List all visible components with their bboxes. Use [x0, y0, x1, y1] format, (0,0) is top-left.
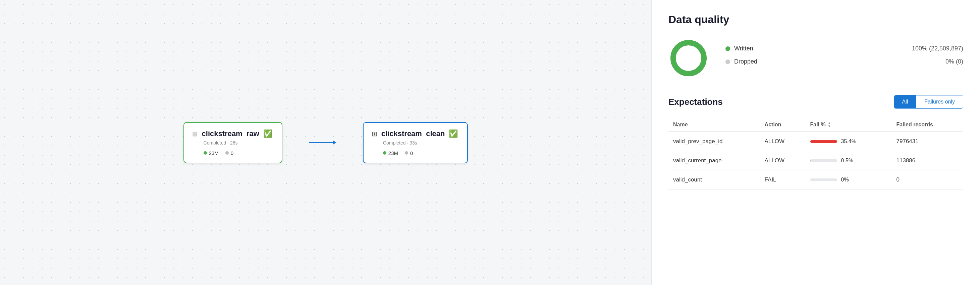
table-header-row: Name Action Fail % ▲ ▼ Failed records — [668, 118, 963, 132]
legend-written: Written 100% (22,509,897) — [725, 45, 963, 52]
gray-dot — [225, 151, 229, 155]
expectations-table: Name Action Fail % ▲ ▼ Failed records va… — [668, 118, 963, 189]
green-dot — [204, 151, 207, 155]
node-clean-metrics: 23M 0 — [383, 150, 458, 156]
legend-dropped: Dropped 0% (0) — [725, 58, 963, 65]
progress-track-0 — [810, 140, 837, 143]
dropped-dot — [725, 59, 730, 64]
check-icon-raw: ✅ — [263, 130, 272, 138]
donut-section: Written 100% (22,509,897) Dropped 0% (0) — [668, 38, 963, 78]
progress-track-2 — [810, 178, 837, 181]
row-name-2: valid_count — [668, 170, 760, 189]
node-raw-metrics: 23M 0 — [204, 150, 272, 156]
quality-panel: Data quality Written 100% (22,509,897) D… — [651, 0, 980, 285]
pct-label-2: 0% — [841, 177, 849, 183]
written-value: 100% (22,509,897) — [912, 45, 963, 52]
panel-title: Data quality — [668, 13, 963, 26]
table-row: valid_countFAIL0%0 — [668, 170, 963, 189]
table-icon: ⊞ — [192, 130, 198, 138]
arrow-line — [309, 142, 336, 143]
table-icon-clean: ⊞ — [372, 130, 377, 138]
progress-fill-1 — [810, 159, 811, 162]
written-label: Written — [734, 45, 753, 52]
donut-chart — [668, 38, 709, 78]
clean-green-value: 23M — [388, 150, 398, 156]
filter-buttons: All Failures only — [894, 95, 963, 109]
filter-all-button[interactable]: All — [894, 96, 916, 108]
col-action: Action — [760, 118, 806, 132]
written-dot — [725, 46, 730, 51]
filter-failures-button[interactable]: Failures only — [916, 96, 963, 108]
row-failed-records-1: 113886 — [892, 151, 963, 170]
raw-gray-value: 0 — [231, 150, 234, 156]
table-row: valid_current_pageALLOW0.5%113886 — [668, 151, 963, 170]
node-raw-status: Completed · 26s — [204, 140, 272, 146]
progress-bar-container-0: 35.4% — [810, 138, 887, 144]
progress-fill-0 — [810, 140, 837, 143]
pct-label-1: 0.5% — [841, 158, 853, 164]
clean-metric-green: 23M — [383, 150, 398, 156]
row-name-0: valid_prev_page_id — [668, 132, 760, 151]
col-name: Name — [668, 118, 760, 132]
col-failed-records: Failed records — [892, 118, 963, 132]
progress-track-1 — [810, 159, 837, 162]
row-action-1: ALLOW — [760, 151, 806, 170]
gray-dot-clean — [405, 151, 408, 155]
node-clean-header: ⊞ clickstream_clean ✅ — [372, 130, 458, 138]
row-fail-pct-0: 35.4% — [806, 132, 892, 151]
check-icon-clean: ✅ — [449, 130, 458, 138]
dropped-value: 0% (0) — [945, 58, 963, 65]
row-failed-records-0: 7976431 — [892, 132, 963, 151]
progress-bar-container-2: 0% — [810, 177, 887, 183]
arrow-connector — [309, 142, 336, 143]
raw-green-value: 23M — [209, 150, 219, 156]
node-clickstream-raw[interactable]: ⊞ clickstream_raw ✅ Completed · 26s 23M … — [183, 122, 282, 163]
node-clean-status: Completed · 33s — [383, 140, 458, 146]
dropped-label: Dropped — [734, 58, 757, 65]
row-fail-pct-2: 0% — [806, 170, 892, 189]
row-fail-pct-1: 0.5% — [806, 151, 892, 170]
pct-label-0: 35.4% — [841, 138, 856, 144]
node-raw-header: ⊞ clickstream_raw ✅ — [192, 130, 272, 138]
raw-metric-green: 23M — [204, 150, 219, 156]
clean-gray-value: 0 — [410, 150, 413, 156]
col-fail-pct: Fail % ▲ ▼ — [806, 118, 892, 132]
node-raw-title: clickstream_raw — [202, 130, 259, 138]
sort-arrows-icon[interactable]: ▲ ▼ — [828, 121, 831, 128]
expectations-header: Expectations All Failures only — [668, 95, 963, 109]
svg-point-1 — [673, 43, 704, 74]
green-dot-clean — [383, 151, 387, 155]
expectations-title: Expectations — [668, 97, 723, 107]
row-action-0: ALLOW — [760, 132, 806, 151]
table-row: valid_prev_page_idALLOW35.4%7976431 — [668, 132, 963, 151]
row-name-1: valid_current_page — [668, 151, 760, 170]
pipeline-canvas: ⊞ clickstream_raw ✅ Completed · 26s 23M … — [0, 0, 651, 285]
donut-legend: Written 100% (22,509,897) Dropped 0% (0) — [725, 45, 963, 71]
row-failed-records-2: 0 — [892, 170, 963, 189]
clean-metric-gray: 0 — [405, 150, 413, 156]
node-clean-title: clickstream_clean — [381, 130, 445, 138]
progress-bar-container-1: 0.5% — [810, 158, 887, 164]
row-action-2: FAIL — [760, 170, 806, 189]
node-clickstream-clean[interactable]: ⊞ clickstream_clean ✅ Completed · 33s 23… — [363, 122, 468, 163]
pipeline-nodes: ⊞ clickstream_raw ✅ Completed · 26s 23M … — [183, 122, 468, 163]
raw-metric-gray: 0 — [225, 150, 234, 156]
